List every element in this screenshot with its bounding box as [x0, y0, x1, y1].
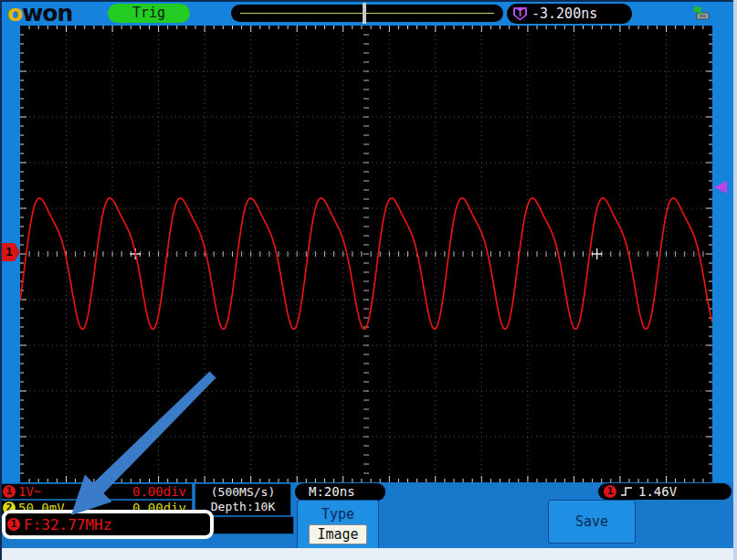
ch1-scale: 1V~ [18, 484, 41, 499]
freq-source-badge: 1 [7, 518, 20, 531]
rising-edge-icon [620, 485, 635, 498]
graticule-grid [20, 26, 712, 482]
trigger-source-badge: 1 [604, 485, 616, 498]
scope-display: T [20, 26, 712, 482]
trigger-level-readout: 1 1.46V [598, 483, 732, 500]
sample-rate: (500MS/s) [211, 485, 275, 500]
trigger-position-bar[interactable] [231, 5, 503, 22]
trigger-level-arrow-icon[interactable] [714, 181, 727, 194]
type-selected-value[interactable]: Image [309, 524, 366, 544]
trigger-position-track [240, 13, 494, 14]
ch1-zero-level-marker[interactable]: 1 [2, 243, 20, 261]
frequency-value: F:32.77MHz [24, 516, 111, 534]
trigger-position-marker[interactable] [363, 3, 366, 24]
trig-status-badge: Trig [108, 4, 190, 23]
trigger-level-value: 1.46V [638, 484, 677, 499]
trigger-offset-value: -3.200ns [532, 5, 597, 22]
record-depth: Depth:10K [211, 500, 275, 514]
owon-logo: owon [7, 0, 72, 26]
logo-rest: won [22, 0, 72, 26]
usb-storage-icon [691, 5, 713, 22]
window-edge-right [733, 0, 737, 560]
logo-letter-o: o [7, 0, 22, 26]
type-button-label: Type [321, 506, 354, 523]
ch1-position: 0.00div [132, 484, 186, 499]
window-edge-left [0, 0, 2, 560]
window-edge-top [0, 0, 737, 2]
trigger-t-icon: T [513, 7, 527, 21]
timebase-readout: M:20ns [295, 483, 385, 501]
top-status-bar: owon Trig T -3.200ns [0, 0, 737, 26]
save-button[interactable]: Save [548, 500, 636, 544]
ch1-badge: 1 [3, 485, 16, 498]
type-button[interactable]: Type Image [297, 500, 379, 551]
trigger-offset-readout: T -3.200ns [507, 4, 632, 24]
frequency-highlight-box: 1 F:32.77MHz [2, 510, 214, 539]
bottom-edge-strip [0, 548, 737, 560]
ch1-readout-row: 1 1V~ 0.00div [0, 483, 193, 500]
